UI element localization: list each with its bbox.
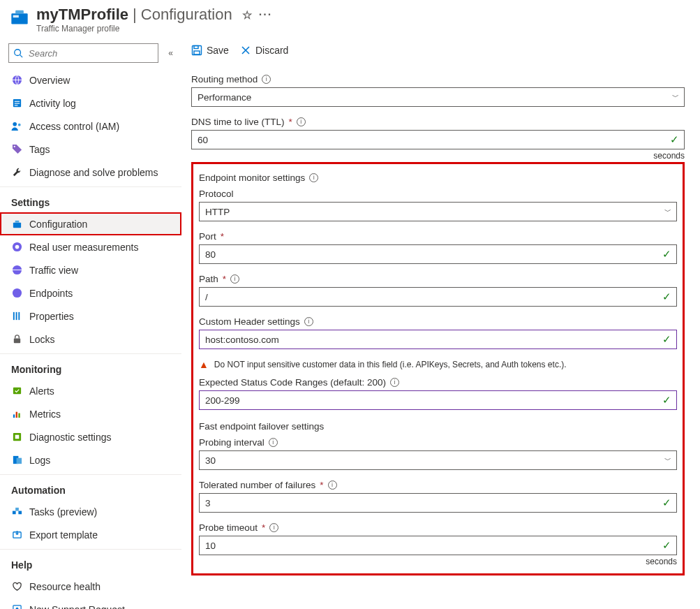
save-label: Save (207, 45, 229, 56)
nav-tasks[interactable]: Tasks (preview) (0, 500, 181, 523)
nav-label: Export template (29, 529, 98, 541)
heart-icon (11, 581, 22, 592)
protocol-select[interactable]: HTTP ﹀ (199, 202, 677, 221)
globe-icon (11, 265, 22, 275)
check-icon: ✓ (662, 248, 671, 261)
more-icon[interactable]: ··· (259, 8, 272, 21)
wrench-icon (11, 167, 22, 177)
nav-label: Locks (29, 334, 55, 345)
search-icon (13, 48, 23, 58)
favorite-icon[interactable]: ☆ (242, 8, 252, 22)
nav-endpoints[interactable]: Endpoints (0, 281, 181, 304)
svg-rect-13 (13, 223, 20, 228)
path-value: / (205, 292, 208, 302)
svg-rect-20 (15, 312, 17, 320)
sidebar-search-input[interactable] (27, 47, 154, 59)
export-icon (11, 529, 22, 540)
ttl-unit: seconds (191, 151, 685, 161)
nav-group-automation: Automation (0, 474, 181, 500)
nav-access-control[interactable]: Access control (IAM) (0, 115, 181, 138)
nav-activity-log[interactable]: Activity log (0, 91, 181, 115)
nav-new-support[interactable]: New Support Request (0, 598, 181, 609)
nav-logs[interactable]: Logs (0, 448, 181, 471)
status-codes-value: 200-299 (205, 395, 240, 406)
info-icon[interactable]: i (269, 523, 278, 532)
svg-point-11 (18, 124, 21, 126)
svg-rect-2 (13, 15, 19, 18)
path-input[interactable]: / ✓ (199, 287, 677, 307)
warning-icon: ▲ (199, 359, 209, 370)
info-icon[interactable]: i (262, 75, 271, 84)
endpoint-monitor-title: Endpoint monitor settings (199, 173, 305, 183)
path-label: Path (199, 274, 218, 284)
svg-rect-38 (194, 46, 198, 49)
info-icon[interactable]: i (390, 378, 399, 387)
tolerated-failures-input[interactable]: 3 ✓ (199, 493, 677, 513)
save-button[interactable]: Save (191, 45, 229, 56)
ttl-value: 60 (198, 135, 208, 145)
routing-method-label: Routing method (191, 74, 258, 85)
nav-alerts[interactable]: Alerts (0, 379, 181, 402)
info-icon[interactable]: i (230, 274, 239, 284)
discard-button[interactable]: Discard (240, 45, 288, 56)
nav-resource-health[interactable]: Resource health (0, 575, 181, 598)
status-codes-label: Expected Status Code Ranges (default: 20… (199, 377, 386, 388)
nav-traffic-view[interactable]: Traffic view (0, 258, 181, 281)
ttl-input[interactable]: 60 ✓ (191, 130, 685, 149)
protocol-label: Protocol (199, 189, 234, 199)
probing-interval-select[interactable]: 30 ﹀ (199, 450, 677, 470)
svg-rect-22 (13, 339, 20, 344)
protocol-value: HTTP (205, 207, 230, 217)
nav-group-help: Help (0, 549, 181, 575)
svg-point-16 (15, 245, 19, 249)
nav-diag-settings[interactable]: Diagnostic settings (0, 425, 181, 448)
probing-interval-label: Probing interval (199, 437, 265, 448)
custom-header-input[interactable]: host:contoso.com ✓ (199, 330, 677, 349)
tolerated-failures-label: Tolerated number of failures (199, 480, 315, 490)
svg-rect-0 (11, 13, 27, 24)
nav-configuration[interactable]: Configuration (0, 212, 181, 235)
info-icon[interactable]: i (328, 480, 337, 490)
chevron-down-icon: ﹀ (664, 207, 671, 217)
nav-label: Properties (29, 311, 74, 322)
check-icon: ✓ (662, 497, 671, 509)
svg-rect-33 (15, 508, 19, 511)
status-codes-input[interactable]: 200-299 ✓ (199, 390, 677, 410)
resource-icon (10, 7, 29, 27)
tolerated-failures-value: 3 (205, 498, 211, 508)
svg-point-10 (13, 122, 17, 126)
port-input[interactable]: 80 ✓ (199, 244, 677, 264)
metrics-icon (11, 409, 22, 419)
nav-locks[interactable]: Locks (0, 328, 181, 351)
info-icon[interactable]: i (269, 438, 278, 447)
info-icon[interactable]: i (297, 117, 306, 126)
nav-label: Traffic view (29, 265, 78, 276)
nav-overview[interactable]: Overview (0, 68, 181, 91)
nav-label: Alerts (29, 386, 54, 397)
collapse-sidebar-icon[interactable]: « (168, 48, 173, 58)
nav-label: Configuration (29, 219, 87, 230)
info-icon[interactable]: i (304, 317, 313, 326)
routing-method-select[interactable]: Performance ﹀ (191, 87, 685, 107)
nav-rum[interactable]: Real user measurements (0, 235, 181, 258)
svg-rect-7 (14, 101, 20, 102)
svg-rect-25 (15, 412, 17, 418)
nav-tags[interactable]: Tags (0, 138, 181, 161)
nav-metrics[interactable]: Metrics (0, 402, 181, 425)
discard-label: Discard (255, 45, 288, 56)
nav-diagnose[interactable]: Diagnose and solve problems (0, 161, 181, 184)
probe-timeout-value: 10 (205, 541, 216, 551)
svg-rect-30 (16, 458, 22, 464)
sidebar-search[interactable] (8, 43, 158, 63)
probe-timeout-input[interactable]: 10 ✓ (199, 536, 677, 555)
nav-export-template[interactable]: Export template (0, 523, 181, 546)
svg-point-12 (13, 146, 15, 147)
nav-label: Overview (29, 75, 70, 86)
nav-properties[interactable]: Properties (0, 304, 181, 328)
check-icon: ✓ (670, 133, 679, 146)
alerts-icon (11, 386, 22, 396)
svg-rect-39 (194, 51, 200, 54)
globe-icon (11, 75, 22, 85)
page-title-main: myTMProfile (36, 6, 128, 24)
info-icon[interactable]: i (309, 173, 318, 182)
